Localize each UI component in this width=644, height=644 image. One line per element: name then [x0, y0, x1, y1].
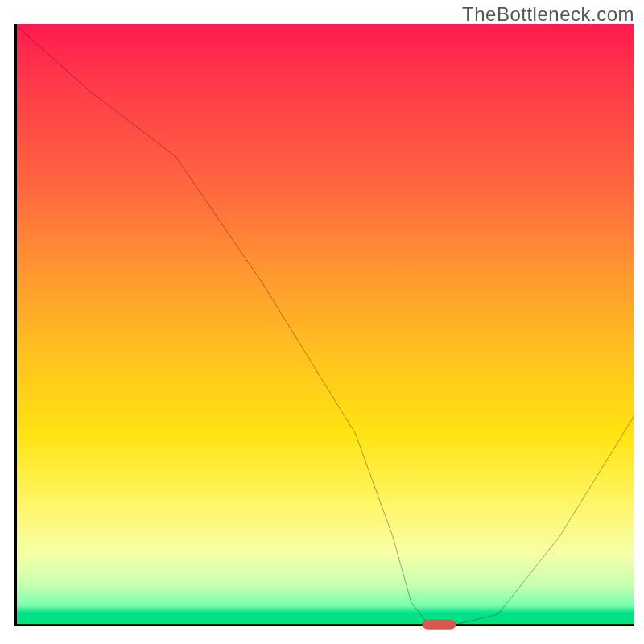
watermark-text: TheBottleneck.com: [462, 3, 634, 26]
plot-area: [14, 24, 634, 626]
chart-frame: TheBottleneck.com: [0, 0, 644, 644]
bottleneck-curve: [14, 24, 634, 626]
optimum-marker: [422, 620, 456, 630]
curve-path: [14, 24, 634, 626]
